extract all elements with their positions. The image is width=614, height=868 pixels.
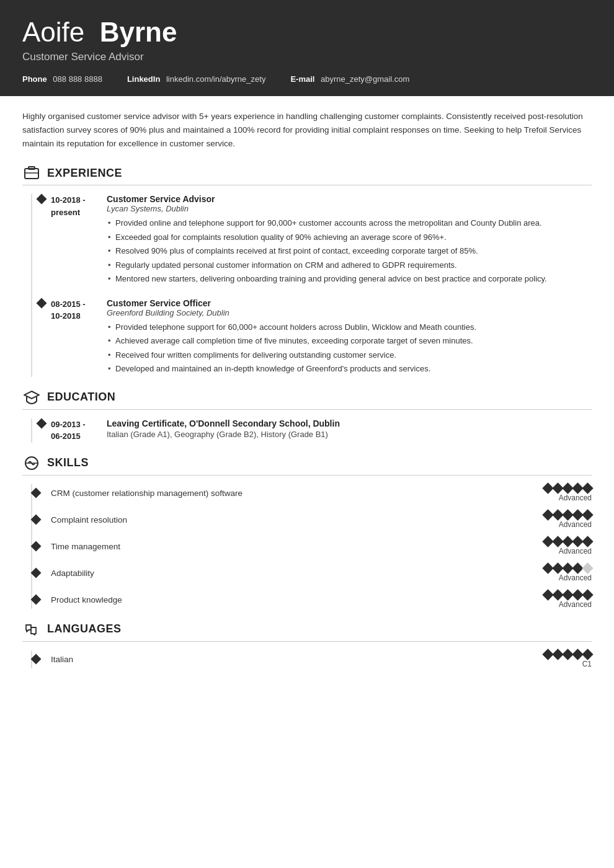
bullet-1-1: Provided online and telephone support fo… [107,217,592,229]
job-title-2: Customer Service Officer [107,298,592,308]
lang-rating-1: C1 [544,650,592,668]
skill-dots-2 [544,511,592,519]
edu-subjects-1: Italian (Grade A1), Geography (Grade B2)… [107,430,592,439]
skill-rating-5: Advanced [544,591,592,609]
first-name: Aoife [22,17,84,47]
contact-info: Phone 088 888 8888 LinkedIn linkedin.com… [22,74,592,84]
diamond-icon-2 [37,298,47,308]
job-title: Customer Service Advisor [22,51,592,63]
entry-bullet-1 [32,194,51,287]
linkedin-value: linkedin.com/in/abyrne_zety [166,74,265,84]
edu-bullet-1 [32,418,51,443]
skill-dots-1 [544,484,592,492]
email-contact: E-mail abyrne_zety@gmail.com [290,74,409,84]
skill-diamond-1 [31,488,42,498]
dot-2-5 [582,509,593,520]
lang-dot-1-5 [582,649,593,660]
skill-name-5: Product knowledge [51,595,544,604]
languages-header: LANGUAGES [22,620,592,642]
bullet-2-4: Developed and maintained an in-depth kno… [107,363,592,375]
entry-date-1: 10-2018 - present [51,194,107,287]
entry-content-1: Customer Service Advisor Lycan Systems, … [107,194,592,287]
education-body: 09-2013 - 06-2015 Leaving Certificate, O… [31,418,592,443]
linkedin-contact: LinkedIn linkedin.com/in/abyrne_zety [127,74,266,84]
lang-name-1: Italian [51,655,544,664]
skill-entry-1: CRM (customer relationship management) s… [32,484,592,502]
bullet-2-3: Received four written compliments for de… [107,349,592,361]
bullet-1-5: Mentored new starters, delivering onboar… [107,273,592,285]
entry-date-2: 08-2015 - 10-2018 [51,298,107,377]
bullets-2: Provided telephone support for 60,000+ a… [107,321,592,375]
dot-5-5 [582,589,593,600]
skills-header: SKILLS [22,454,592,476]
svg-rect-0 [25,169,38,179]
dot-4-5 [582,562,593,574]
education-title: EDUCATION [47,391,115,404]
skill-dots-3 [544,538,592,546]
skill-level-4: Advanced [559,574,592,582]
phone-value: 088 888 8888 [53,74,102,84]
resume-header: Aoife Byrne Customer Service Advisor Pho… [0,0,614,96]
skill-dots-5 [544,591,592,599]
company-2: Greenford Building Society, Dublin [107,308,592,317]
resume-main: Highly organised customer service adviso… [0,96,614,701]
job-title-1: Customer Service Advisor [107,194,592,204]
skill-diamond-2 [31,515,42,525]
skill-level-2: Advanced [559,520,592,529]
skill-diamond-5 [31,595,42,605]
languages-title: LANGUAGES [47,622,122,636]
phone-contact: Phone 088 888 8888 [22,74,102,84]
bullet-1-2: Exceeded goal for complaints resolution … [107,231,592,244]
experience-icon [22,164,41,182]
lang-bullet-1 [32,655,51,663]
education-header: EDUCATION [22,388,592,410]
skill-name-4: Adaptability [51,569,544,578]
skill-entry-3: Time management Advanced [32,538,592,556]
last-name: Byrne [100,17,177,47]
experience-title: EXPERIENCE [47,167,122,180]
edu-content-1: Leaving Certificate, O'Donnell Secondary… [107,418,592,443]
languages-icon [22,620,41,639]
skill-rating-1: Advanced [544,484,592,502]
skill-name-3: Time management [51,542,544,551]
skill-rating-4: Advanced [544,564,592,582]
skill-bullet-4 [32,569,51,577]
skill-name-1: CRM (customer relationship management) s… [51,489,544,498]
lang-entry-1: Italian C1 [32,650,592,668]
languages-section: LANGUAGES Italian C1 [22,620,592,668]
skill-bullet-2 [32,516,51,523]
skill-bullet-5 [32,596,51,603]
skill-entry-4: Adaptability Advanced [32,564,592,582]
experience-header: EXPERIENCE [22,164,592,185]
lang-dots-1 [544,650,592,658]
skill-rating-3: Advanced [544,538,592,556]
skill-name-2: Complaint resolution [51,515,544,525]
skills-section: SKILLS CRM (customer relationship manage… [22,454,592,609]
skills-icon [22,454,41,472]
skill-diamond-4 [31,568,42,578]
edu-date-1: 09-2013 - 06-2015 [51,418,107,443]
skills-body: CRM (customer relationship management) s… [31,484,592,609]
skill-level-5: Advanced [559,600,592,609]
skill-dots-4 [544,564,592,572]
skill-entry-5: Product knowledge Advanced [32,591,592,609]
experience-entry-1: 10-2018 - present Customer Service Advis… [32,194,592,287]
linkedin-label: LinkedIn [127,74,160,84]
skill-entry-2: Complaint resolution Advanced [32,511,592,529]
experience-section: EXPERIENCE 10-2018 - present Customer Se… [22,164,592,377]
skill-level-3: Advanced [559,547,592,556]
summary-text: Highly organised customer service adviso… [22,110,592,150]
skill-bullet-3 [32,542,51,550]
skill-diamond-3 [31,541,42,552]
skill-rating-2: Advanced [544,511,592,529]
bullets-1: Provided online and telephone support fo… [107,217,592,285]
lang-level-1: C1 [582,660,592,668]
skill-level-1: Advanced [559,494,592,502]
entry-bullet-2 [32,298,51,377]
languages-body: Italian C1 [31,650,592,668]
candidate-name: Aoife Byrne [22,17,592,47]
bullet-2-2: Achieved average call completion time of… [107,335,592,347]
edu-diamond-1 [37,418,47,428]
diamond-icon-1 [37,194,47,205]
phone-label: Phone [22,74,47,84]
